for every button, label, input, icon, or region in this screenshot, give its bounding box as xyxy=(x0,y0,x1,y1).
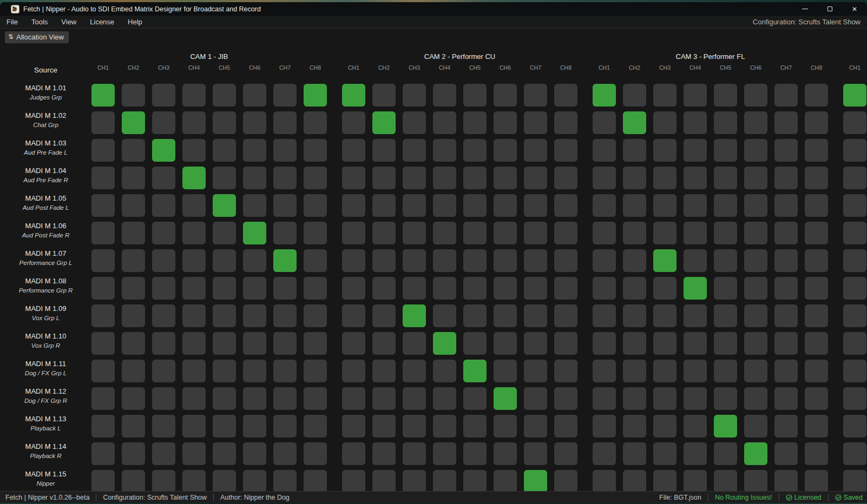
matrix-cell[interactable] xyxy=(91,387,115,410)
matrix-cell[interactable] xyxy=(243,167,266,189)
matrix-cell[interactable] xyxy=(304,415,327,437)
matrix-cell[interactable] xyxy=(774,139,798,162)
matrix-cell[interactable] xyxy=(593,415,616,437)
matrix-cell[interactable] xyxy=(304,387,327,410)
matrix-cell[interactable] xyxy=(122,470,145,491)
matrix-cell[interactable] xyxy=(554,442,577,465)
matrix-cell[interactable] xyxy=(744,139,767,162)
matrix-cell[interactable] xyxy=(843,442,866,465)
matrix-cell[interactable] xyxy=(623,332,646,355)
matrix-cell[interactable] xyxy=(744,304,767,327)
matrix-cell[interactable] xyxy=(774,249,798,272)
matrix-cell[interactable] xyxy=(653,194,676,217)
matrix-cell[interactable] xyxy=(122,167,145,189)
matrix-cell[interactable] xyxy=(494,167,517,189)
matrix-cell[interactable] xyxy=(403,222,426,244)
allocation-view-button[interactable]: ⇅ Allocation View xyxy=(5,31,69,43)
matrix-cell[interactable] xyxy=(744,415,767,437)
matrix-cell[interactable] xyxy=(342,387,365,410)
matrix-cell[interactable] xyxy=(91,194,115,217)
matrix-cell[interactable] xyxy=(372,222,396,244)
matrix-cell[interactable] xyxy=(805,222,828,244)
matrix-cell[interactable] xyxy=(372,442,396,465)
matrix-cell[interactable] xyxy=(403,442,426,465)
matrix-cell[interactable] xyxy=(714,194,737,217)
matrix-cell[interactable] xyxy=(243,415,266,437)
matrix-cell[interactable] xyxy=(714,304,737,327)
matrix-cell[interactable] xyxy=(714,139,737,162)
matrix-cell[interactable] xyxy=(623,222,646,244)
matrix-cell[interactable] xyxy=(554,415,577,437)
matrix-cell[interactable] xyxy=(653,139,676,162)
matrix-cell[interactable] xyxy=(744,84,767,107)
matrix-cell[interactable] xyxy=(433,139,456,162)
matrix-cell[interactable] xyxy=(403,139,426,162)
matrix-cell[interactable] xyxy=(494,442,517,465)
matrix-cell[interactable] xyxy=(494,332,517,355)
matrix-cell[interactable] xyxy=(494,387,517,410)
matrix-cell[interactable] xyxy=(714,277,737,300)
matrix-cell[interactable] xyxy=(342,415,365,437)
matrix-cell[interactable] xyxy=(243,360,266,382)
matrix-cell[interactable] xyxy=(593,360,616,382)
matrix-cell[interactable] xyxy=(684,277,707,300)
matrix-cell[interactable] xyxy=(372,194,396,217)
matrix-cell[interactable] xyxy=(843,249,866,272)
matrix-cell[interactable] xyxy=(403,360,426,382)
matrix-cell[interactable] xyxy=(524,249,547,272)
matrix-cell[interactable] xyxy=(843,277,866,300)
matrix-cell[interactable] xyxy=(243,249,266,272)
matrix-cell[interactable] xyxy=(554,332,577,355)
matrix-cell[interactable] xyxy=(805,249,828,272)
matrix-cell[interactable] xyxy=(554,84,577,107)
matrix-cell[interactable] xyxy=(342,84,365,107)
matrix-cell[interactable] xyxy=(372,167,396,189)
matrix-cell[interactable] xyxy=(774,470,798,491)
matrix-cell[interactable] xyxy=(304,277,327,300)
matrix-cell[interactable] xyxy=(433,360,456,382)
matrix-cell[interactable] xyxy=(684,470,707,491)
matrix-cell[interactable] xyxy=(805,84,828,107)
matrix-cell[interactable] xyxy=(182,304,206,327)
matrix-cell[interactable] xyxy=(304,194,327,217)
matrix-cell[interactable] xyxy=(463,139,487,162)
matrix-cell[interactable] xyxy=(273,194,297,217)
matrix-cell[interactable] xyxy=(213,304,236,327)
matrix-cell[interactable] xyxy=(684,360,707,382)
matrix-cell[interactable] xyxy=(152,139,175,162)
matrix-cell[interactable] xyxy=(372,111,396,134)
matrix-cell[interactable] xyxy=(684,304,707,327)
matrix-cell[interactable] xyxy=(494,470,517,491)
matrix-cell[interactable] xyxy=(342,111,365,134)
matrix-cell[interactable] xyxy=(91,139,115,162)
matrix-cell[interactable] xyxy=(524,332,547,355)
matrix-cell[interactable] xyxy=(494,222,517,244)
matrix-cell[interactable] xyxy=(342,167,365,189)
matrix-cell[interactable] xyxy=(273,277,297,300)
matrix-cell[interactable] xyxy=(213,139,236,162)
matrix-cell[interactable] xyxy=(774,442,798,465)
matrix-cell[interactable] xyxy=(152,222,175,244)
matrix-cell[interactable] xyxy=(342,470,365,491)
matrix-cell[interactable] xyxy=(524,222,547,244)
matrix-cell[interactable] xyxy=(122,277,145,300)
matrix-cell[interactable] xyxy=(524,470,547,491)
matrix-cell[interactable] xyxy=(714,111,737,134)
matrix-cell[interactable] xyxy=(91,470,115,491)
matrix-cell[interactable] xyxy=(653,249,676,272)
matrix-cell[interactable] xyxy=(273,111,297,134)
matrix-cell[interactable] xyxy=(372,84,396,107)
matrix-cell[interactable] xyxy=(304,222,327,244)
matrix-cell[interactable] xyxy=(494,139,517,162)
matrix-cell[interactable] xyxy=(494,360,517,382)
matrix-cell[interactable] xyxy=(524,111,547,134)
matrix-cell[interactable] xyxy=(152,442,175,465)
matrix-cell[interactable] xyxy=(213,277,236,300)
matrix-cell[interactable] xyxy=(152,167,175,189)
matrix-cell[interactable] xyxy=(774,304,798,327)
matrix-cell[interactable] xyxy=(213,387,236,410)
matrix-cell[interactable] xyxy=(744,277,767,300)
matrix-cell[interactable] xyxy=(684,222,707,244)
matrix-cell[interactable] xyxy=(213,442,236,465)
matrix-cell[interactable] xyxy=(623,442,646,465)
